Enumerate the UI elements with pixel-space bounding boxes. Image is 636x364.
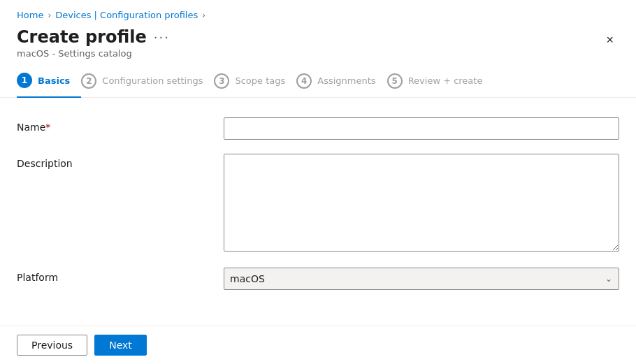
step-5-circle: 5 — [387, 73, 403, 89]
platform-select-wrap: macOS ⌄ — [224, 268, 619, 290]
step-configuration[interactable]: 2 Configuration settings — [81, 73, 214, 97]
page-title: Create profile ··· — [17, 27, 170, 47]
step-scope-tags[interactable]: 3 Scope tags — [214, 73, 296, 97]
breadcrumb: Home › Devices | Configuration profiles … — [0, 0, 636, 24]
step-2-label: Configuration settings — [102, 75, 203, 86]
page-subtitle: macOS - Settings catalog — [17, 48, 170, 59]
platform-field-wrap: macOS ⌄ — [224, 268, 619, 290]
step-assignments[interactable]: 4 Assignments — [296, 73, 386, 97]
platform-select[interactable]: macOS — [224, 268, 619, 290]
name-label: Name* — [17, 117, 212, 133]
previous-button[interactable]: Previous — [17, 335, 87, 356]
footer: Previous Next — [0, 326, 636, 364]
form-area: Name* Description Platform macOS ⌄ — [0, 98, 636, 318]
breadcrumb-devices[interactable]: Devices | Configuration profiles — [55, 10, 198, 20]
platform-row: Platform macOS ⌄ — [17, 268, 619, 290]
name-row: Name* — [17, 117, 619, 140]
step-4-circle: 4 — [296, 73, 312, 89]
step-review-create[interactable]: 5 Review + create — [387, 73, 494, 97]
name-field-wrap — [224, 117, 619, 140]
step-3-label: Scope tags — [235, 75, 285, 86]
step-3-circle: 3 — [214, 73, 229, 89]
name-input[interactable] — [224, 117, 619, 140]
breadcrumb-home[interactable]: Home — [17, 10, 43, 20]
next-button[interactable]: Next — [94, 335, 147, 356]
more-options-icon[interactable]: ··· — [154, 30, 170, 45]
platform-label: Platform — [17, 268, 212, 283]
header-left: Create profile ··· macOS - Settings cata… — [17, 27, 170, 59]
breadcrumb-sep-2: › — [202, 10, 205, 20]
title-text: Create profile — [17, 27, 147, 47]
step-1-circle: 1 — [17, 73, 32, 88]
name-required: * — [45, 122, 50, 133]
step-2-circle: 2 — [81, 73, 96, 89]
description-input[interactable] — [224, 154, 619, 252]
steps-bar: 1 Basics 2 Configuration settings 3 Scop… — [0, 59, 636, 98]
description-field-wrap — [224, 154, 619, 254]
step-5-label: Review + create — [408, 75, 483, 86]
description-row: Description — [17, 154, 619, 254]
description-label: Description — [17, 154, 212, 169]
close-button[interactable]: × — [600, 30, 619, 50]
step-1-label: Basics — [38, 75, 70, 86]
page-header: Create profile ··· macOS - Settings cata… — [0, 24, 636, 59]
step-4-label: Assignments — [317, 75, 375, 86]
step-basics[interactable]: 1 Basics — [17, 73, 81, 98]
breadcrumb-sep-1: › — [48, 10, 51, 20]
